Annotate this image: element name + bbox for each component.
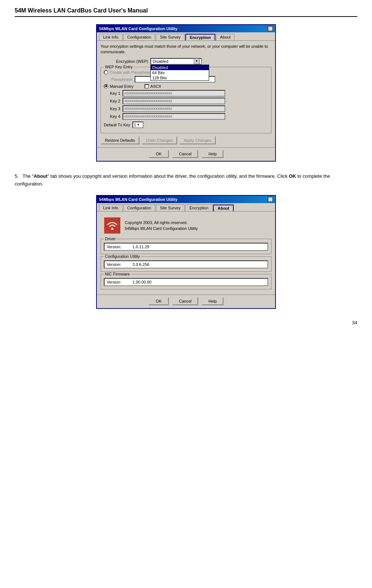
tab-configuration[interactable]: Configuration [123, 34, 155, 40]
key4-input[interactable]: xxxxxxxxxxxxxxxxxxxxxxxxxx [123, 113, 225, 120]
copyright-line2: 54Mbps WLAN Card Configuration Utility [125, 226, 198, 232]
dialog1-cancel-button[interactable]: Cancel [172, 150, 198, 158]
driver-version-row: Version: 1.0.11.29 [104, 243, 268, 251]
key4-label: Key 4 [104, 114, 120, 119]
encryption-wep-select-wrapper[interactable]: Disabled ▼ Disabled 64 Bits 128 Bits [150, 58, 202, 65]
section5-bold-about: About [34, 173, 48, 179]
default-tx-select[interactable]: 1 ▼ [132, 122, 143, 128]
ascii-label: ASCII [150, 84, 161, 89]
encryption-dropdown-list: Disabled 64 Bits 128 Bits [150, 65, 209, 81]
page-number: 34 [15, 320, 357, 325]
default-tx-label: Default Tx Key [104, 123, 130, 127]
nic-firmware-group-title: NIC Firmware [104, 272, 131, 276]
nic-version-row: Version: 1.00.00.00 [104, 278, 268, 286]
encryption-wep-value: Disabled [153, 59, 168, 64]
dialog2-close-button[interactable]: × [268, 197, 273, 202]
dialog1-titlebar: 54Mbps WLAN Card Configuration Utility × [97, 25, 275, 32]
dialog2-wrapper: 54Mbps WLAN Card Configuration Utility ×… [15, 195, 357, 309]
config-version-row: Version: 3.0.6.256 [104, 260, 268, 268]
key1-row: Key 1 xxxxxxxxxxxxxxxxxxxxxxxxxx [104, 90, 268, 97]
nic-version-value: 1.00.00.00 [132, 280, 152, 284]
encryption-wep-label: Encryption (WEP) [101, 59, 148, 64]
config-version-value: 3.0.6.256 [132, 262, 149, 267]
dialog2-body: Copyright 2003, All rights reserved. 54M… [97, 211, 275, 295]
key2-input[interactable]: xxxxxxxxxxxxxxxxxxxxxxxxxx [123, 98, 225, 104]
nic-version-label: Version: [107, 280, 132, 284]
manual-entry-label: Manual Entry [110, 84, 134, 89]
tab-about[interactable]: About [216, 34, 235, 40]
key3-label: Key 3 [104, 107, 120, 111]
dialog2-cancel-button[interactable]: Cancel [172, 297, 198, 305]
key1-input[interactable]: xxxxxxxxxxxxxxxxxxxxxxxxxx [123, 90, 225, 97]
dialog2-tabs: Link Info Configuration Site Survey Encr… [97, 203, 275, 211]
dialog1-footer: OK Cancel Help [97, 147, 275, 161]
dialog2-help-button[interactable]: Help [202, 297, 223, 305]
config-util-group-title: Configuration Utility [104, 254, 141, 259]
key1-label: Key 1 [104, 91, 120, 95]
manual-entry-radio[interactable] [104, 84, 108, 89]
driver-group: Driver Version: 1.0.11.29 [101, 239, 271, 254]
dialog1-close-button[interactable]: × [268, 26, 273, 31]
encryption-notice: Your encryption settings must match thos… [101, 44, 271, 55]
encryption-wep-arrow[interactable]: ▼ [194, 58, 200, 64]
dialog2-title: 54Mbps WLAN Card Configuration Utility [99, 197, 178, 202]
encryption-wep-select[interactable]: Disabled ▼ [150, 58, 202, 65]
key4-row: Key 4 xxxxxxxxxxxxxxxxxxxxxxxxxx [104, 113, 268, 120]
dialog2-tab-configuration[interactable]: Configuration [123, 205, 155, 211]
section5-text-after: ” tab shows you copyright and version in… [47, 173, 289, 179]
dialog1-help-button[interactable]: Help [202, 150, 223, 158]
dialog1-wrapper: 54Mbps WLAN Card Configuration Utility ×… [15, 24, 357, 162]
wep-key-entry-title: WEP Key Entry [104, 65, 134, 69]
dialog2-tab-link-info[interactable]: Link Info [99, 205, 123, 211]
config-util-group: Configuration Utility Version: 3.0.6.256 [101, 256, 271, 272]
copyright-line1: Copyright 2003, All rights reserved. [125, 220, 198, 226]
default-tx-arrow: ▼ [137, 123, 140, 126]
key2-label: Key 2 [104, 99, 120, 103]
section5-text: 5. The “About” tab shows you copyright a… [15, 173, 357, 188]
default-tx-value: 1 [134, 123, 136, 127]
restore-defaults-button[interactable]: Restore Defaults [101, 136, 139, 144]
dialog1: 54Mbps WLAN Card Configuration Utility ×… [96, 24, 276, 162]
dropdown-item-disabled[interactable]: Disabled [151, 65, 209, 70]
page-title: 54M Wireless LAN CardBus Card User's Man… [15, 7, 357, 17]
dialog1-ok-button[interactable]: OK [149, 150, 169, 158]
dropdown-item-64bits[interactable]: 64 Bits [151, 70, 209, 75]
dialog2-tab-site-survey[interactable]: Site Survey [156, 205, 185, 211]
driver-version-label: Version: [107, 245, 132, 249]
about-logo-section: Copyright 2003, All rights reserved. 54M… [101, 217, 271, 234]
section5-bold-ok: OK [289, 173, 296, 179]
section5-text-before: The “ [22, 173, 33, 179]
ascii-checkbox[interactable] [145, 84, 149, 89]
dialog2-ok-button[interactable]: OK [149, 297, 169, 305]
nic-firmware-group: NIC Firmware Version: 1.00.00.00 [101, 274, 271, 289]
dialog1-body: Your encryption settings must match thos… [97, 40, 275, 147]
config-version-label: Version: [107, 262, 132, 267]
driver-version-value: 1.0.11.29 [132, 245, 149, 249]
dialog2-tab-encryption[interactable]: Encryption [185, 205, 212, 211]
tab-site-survey[interactable]: Site Survey [156, 34, 185, 40]
dialog2-tab-about[interactable]: About [213, 205, 234, 211]
section5-number: 5. [15, 173, 19, 179]
dialog2-titlebar: 54Mbps WLAN Card Configuration Utility × [97, 196, 275, 203]
key2-row: Key 2 xxxxxxxxxxxxxxxxxxxxxxxxxx [104, 98, 268, 104]
undo-changes-button[interactable]: Undo Changes [142, 136, 177, 144]
wifi-icon [104, 217, 120, 234]
dialog1-button-row: Restore Defaults Undo Changes Apply Chan… [101, 136, 271, 144]
passphrase-label: Passphrase [111, 77, 132, 82]
about-copyright-text: Copyright 2003, All rights reserved. 54M… [125, 220, 198, 232]
dialog2: 54Mbps WLAN Card Configuration Utility ×… [96, 195, 276, 309]
key3-input[interactable]: xxxxxxxxxxxxxxxxxxxxxxxxxx [123, 105, 225, 112]
manual-entry-row[interactable]: Manual Entry ASCII [104, 84, 268, 89]
default-tx-row: Default Tx Key 1 ▼ [104, 122, 268, 128]
apply-changes-button[interactable]: Apply Changes [179, 136, 216, 144]
create-passphrase-radio[interactable] [104, 70, 108, 75]
key3-row: Key 3 xxxxxxxxxxxxxxxxxxxxxxxxxx [104, 105, 268, 112]
dialog1-tabs: Link Info Configuration Site Survey Encr… [97, 32, 275, 40]
svg-point-0 [111, 228, 113, 230]
dialog2-footer: OK Cancel Help [97, 295, 275, 308]
dropdown-item-128bits[interactable]: 128 Bits [151, 75, 209, 80]
encryption-wep-row: Encryption (WEP) Disabled ▼ Disabled 64 … [101, 58, 271, 65]
tab-encryption[interactable]: Encryption [185, 34, 215, 40]
tab-link-info[interactable]: Link Info [99, 34, 123, 40]
driver-group-title: Driver [104, 237, 117, 241]
